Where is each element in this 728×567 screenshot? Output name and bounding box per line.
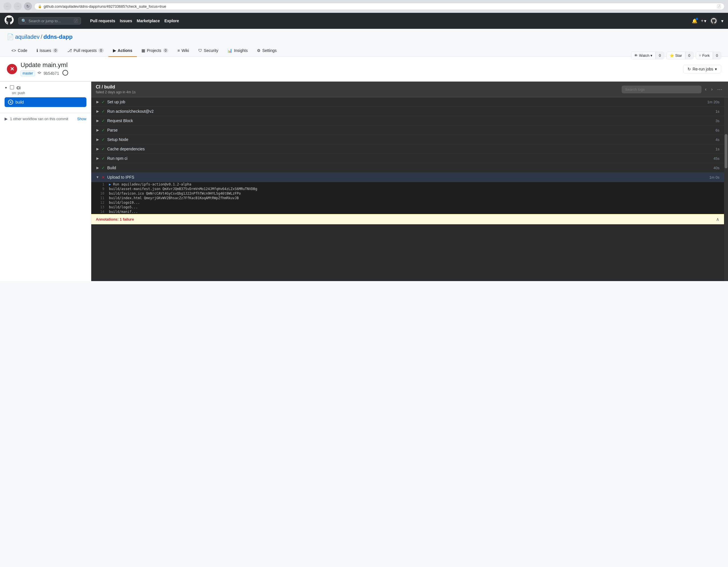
step-expand-icon: ▶: [96, 109, 99, 113]
notifications-button[interactable]: 🔔: [692, 18, 697, 24]
step-setup-node[interactable]: ▶ ✓ Setup Node 4s: [91, 135, 724, 144]
avatar[interactable]: [710, 17, 718, 25]
breadcrumb-sep: /: [41, 34, 42, 40]
dropdown-icon: ▾: [704, 18, 706, 24]
new-item-button[interactable]: + ▾: [701, 18, 706, 24]
tab-settings[interactable]: ⚙ Settings: [252, 45, 281, 57]
plus-icon: +: [701, 18, 703, 23]
tab-pull-requests[interactable]: ⎇ Pull requests 0: [63, 45, 108, 57]
step-setup-job[interactable]: ▶ ✓ Set up job 1m 20s: [91, 97, 724, 107]
tab-issues-label: Issues: [40, 48, 51, 53]
step-name: Run npm ci: [107, 156, 713, 161]
log-next-button[interactable]: ›: [710, 86, 714, 93]
log-panel-subtitle: failed 2 days ago in 4m 1s: [96, 90, 135, 94]
log-line[interactable]: 11 build/index.html QmeyrjGKvWV2BhsacZz7…: [91, 196, 724, 200]
workflow-header[interactable]: ▼ CI: [5, 85, 86, 90]
nav-issues[interactable]: Issues: [120, 19, 132, 23]
wiki-icon: ≡: [177, 48, 180, 53]
branch-badge[interactable]: master: [21, 70, 35, 76]
tab-security[interactable]: 🛡 Security: [194, 45, 223, 57]
annotations-text: Annotations: 1 failure: [96, 217, 134, 221]
step-time: 3s: [715, 119, 719, 123]
tab-insights[interactable]: 📊 Insights: [223, 45, 252, 57]
annotations-label: Annotations:: [96, 217, 119, 221]
step-request-block[interactable]: ▶ ✓ Request Block 3s: [91, 116, 724, 125]
show-link[interactable]: Show: [77, 117, 86, 121]
reload-button[interactable]: ↻: [24, 2, 32, 10]
step-name: Request Block: [107, 118, 715, 123]
avatar-dropdown[interactable]: ▾: [721, 18, 723, 24]
fork-button[interactable]: ⑂ Fork: [696, 52, 713, 59]
back-button[interactable]: ←: [3, 2, 11, 10]
search-logs-input[interactable]: [622, 86, 701, 93]
log-line[interactable]: 1 ▶ Run aquiladev/ipfs-action@v0.1.2-alp…: [91, 182, 724, 187]
notification-dot: [696, 18, 698, 20]
log-header-right: ‹ › ⋯: [622, 85, 723, 94]
log-line[interactable]: 9 build/asset-manifest.json QmXvrJQmB375…: [91, 187, 724, 191]
url-text: github.com/aquiladev/ddns-dapp/runs/4927…: [44, 4, 166, 9]
github-logo[interactable]: [5, 15, 14, 26]
watch-button[interactable]: 👁 Watch ▾: [631, 52, 656, 59]
step-build[interactable]: ▶ ✓ Build 40s: [91, 163, 724, 173]
step-cache-deps[interactable]: ▶ ✓ Cache dependencies 1s: [91, 144, 724, 154]
step-checkout[interactable]: ▶ ✓ Run actions/checkout@v2 1s: [91, 107, 724, 116]
step-success-icon: ✓: [102, 128, 105, 132]
address-bar[interactable]: 🔒 github.com/aquiladev/ddns-dapp/runs/49…: [34, 3, 725, 10]
tab-settings-label: Settings: [262, 48, 277, 53]
log-line[interactable]: 14 build/manif...: [91, 209, 724, 214]
step-time: 40s: [713, 166, 719, 170]
star-icon: ⭐: [670, 53, 674, 58]
annotations-bar: Annotations: 1 failure ∧: [91, 214, 724, 224]
pr-icon: ⎇: [67, 48, 72, 53]
annotations-collapse-button[interactable]: ∧: [716, 216, 719, 222]
step-parse[interactable]: ▶ ✓ Parse 6s: [91, 125, 724, 135]
fork-icon: ⑂: [699, 53, 701, 58]
run-meta: master 9b54b71: [21, 70, 68, 76]
step-success-icon: ✓: [102, 100, 105, 104]
fork-group: ⑂ Fork 0: [696, 52, 721, 59]
watch-dropdown-icon: ▾: [650, 53, 652, 58]
nav-pull-requests[interactable]: Pull requests: [90, 19, 115, 23]
step-npm-ci[interactable]: ▶ ✓ Run npm ci 45s: [91, 154, 724, 163]
rerun-dropdown-icon: ▾: [715, 67, 717, 71]
line-number: 1: [96, 182, 104, 186]
search-box[interactable]: 🔍 Search or jump to... /: [18, 17, 81, 25]
forward-button[interactable]: →: [14, 2, 22, 10]
repo-name-link[interactable]: ddns-dapp: [43, 34, 72, 40]
log-line[interactable]: 12 build/logo19...: [91, 200, 724, 205]
step-time: 6s: [715, 128, 719, 132]
step-success-icon: ✓: [102, 118, 105, 123]
nav-marketplace[interactable]: Marketplace: [137, 19, 160, 23]
main-nav: Pull requests Issues Marketplace Explore: [90, 19, 179, 23]
rerun-icon: ↻: [688, 67, 691, 71]
log-panel-inner: ▶ ✓ Set up job 1m 20s ▶ ✓ Run actions/ch…: [91, 97, 728, 281]
step-expand-icon: ▶: [96, 147, 99, 151]
log-scroll-thumb[interactable]: [725, 134, 727, 168]
run-title-text: Update main.yml: [21, 61, 68, 69]
log-prev-button[interactable]: ‹: [704, 86, 707, 93]
tab-actions[interactable]: ▶ Actions: [108, 45, 137, 57]
log-scrollbar[interactable]: [724, 97, 728, 281]
tab-security-label: Security: [204, 48, 218, 53]
log-line[interactable]: 10 build/favicon.ico QmNrcCAVt4GyCsvQbg1…: [91, 191, 724, 196]
nav-explore[interactable]: Explore: [164, 19, 179, 23]
tab-wiki[interactable]: ≡ Wiki: [173, 45, 194, 57]
rerun-jobs-button[interactable]: ↻ Re-run jobs ▾: [683, 65, 721, 73]
line-number: 9: [96, 187, 104, 191]
step-upload-ipfs[interactable]: ▼ ✕ Upload to IPFS 1m 0s: [91, 173, 724, 182]
rerun-label: Re-run jobs: [693, 67, 713, 71]
sidebar: ▼ CI on: push ✕ build ▶ 1 other workflow…: [0, 82, 91, 281]
log-more-button[interactable]: ⋯: [716, 85, 723, 94]
annotations-failure: 1 failure: [120, 217, 134, 221]
owner-link[interactable]: aquiladev: [15, 34, 40, 40]
fail-status-circle: ✕: [7, 64, 17, 74]
commit-hash[interactable]: 9b54b71: [44, 71, 59, 76]
job-item-build[interactable]: ✕ build: [5, 97, 86, 107]
tab-issues[interactable]: ℹ Issues 0: [32, 45, 63, 57]
star-button[interactable]: ⭐ Star: [667, 52, 685, 59]
tab-projects[interactable]: ▦ Projects 0: [137, 45, 173, 57]
insights-icon: 📊: [227, 48, 232, 53]
log-line[interactable]: 13 build/logo5...: [91, 205, 724, 209]
search-icon: 🔍: [21, 19, 26, 23]
tab-code[interactable]: <> Code: [7, 45, 32, 57]
